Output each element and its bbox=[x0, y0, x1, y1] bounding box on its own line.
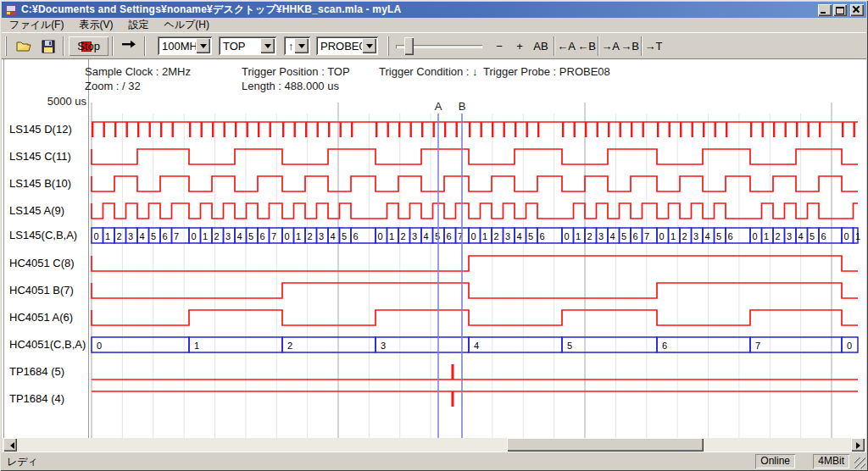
channel-label: HC4051 A(6) bbox=[9, 311, 89, 324]
svg-text:4: 4 bbox=[331, 231, 336, 241]
chevron-down-icon[interactable] bbox=[260, 38, 275, 53]
goto-trigger-button[interactable]: →T bbox=[644, 36, 663, 56]
stop-label: Stop bbox=[77, 40, 100, 53]
channel-label: LS145 C(11) bbox=[9, 150, 89, 163]
menu-settings[interactable]: 設定 bbox=[120, 17, 156, 33]
toolbar-separator bbox=[63, 36, 64, 56]
goto-a-right-button[interactable]: →A bbox=[601, 36, 620, 56]
svg-text:1: 1 bbox=[389, 231, 394, 241]
online-status-badge: Online bbox=[755, 454, 795, 468]
toolbar-separator bbox=[112, 36, 114, 56]
scrollbar-thumb[interactable] bbox=[507, 438, 704, 452]
svg-text:2: 2 bbox=[214, 231, 220, 241]
svg-text:3: 3 bbox=[505, 231, 510, 241]
svg-text:4: 4 bbox=[424, 231, 429, 241]
trigger-edge-select[interactable]: ↑ bbox=[284, 36, 310, 55]
sample-clock-select[interactable]: 100MHz bbox=[158, 36, 212, 55]
maximize-button[interactable] bbox=[833, 4, 847, 16]
trigger-edge-value: ↑ bbox=[288, 40, 294, 53]
svg-text:5: 5 bbox=[342, 231, 347, 241]
svg-text:6: 6 bbox=[353, 231, 359, 241]
open-file-button[interactable] bbox=[14, 36, 36, 56]
menu-file[interactable]: ファイル(F) bbox=[2, 17, 71, 33]
timebase-label: 5000 us bbox=[36, 95, 86, 108]
channel-label: TP1684 (5) bbox=[9, 365, 89, 379]
svg-text:5: 5 bbox=[567, 341, 572, 351]
title-bar: C:¥Documents and Settings¥noname¥デスクトップ¥… bbox=[2, 2, 866, 18]
scroll-right-icon[interactable] bbox=[851, 438, 865, 452]
svg-text:1: 1 bbox=[670, 231, 676, 241]
marker-b-label: B bbox=[456, 100, 468, 113]
trigger-position-select[interactable]: TOP bbox=[219, 36, 276, 55]
waveform-client: 0123456701234567012345601234567012345601… bbox=[2, 58, 866, 438]
svg-text:1: 1 bbox=[296, 231, 301, 241]
menu-help[interactable]: ヘルプ(H) bbox=[156, 17, 217, 33]
goto-b-left-button[interactable]: ←B bbox=[577, 36, 596, 56]
save-button[interactable] bbox=[37, 36, 59, 56]
svg-text:4: 4 bbox=[474, 341, 479, 351]
zoom-ab-button[interactable]: AB bbox=[530, 36, 552, 56]
chevron-down-icon[interactable] bbox=[294, 38, 309, 53]
svg-text:2: 2 bbox=[682, 231, 687, 241]
svg-text:4: 4 bbox=[517, 231, 522, 241]
label-pane-divider[interactable] bbox=[88, 59, 90, 438]
toolbar: Stop 100MHz TOP ↑ PROBE00 − bbox=[2, 32, 866, 58]
chevron-down-icon[interactable] bbox=[362, 38, 376, 53]
svg-text:0: 0 bbox=[844, 231, 849, 241]
marker-a-label: A bbox=[432, 100, 444, 113]
close-button[interactable] bbox=[850, 4, 864, 16]
svg-text:7: 7 bbox=[755, 341, 760, 351]
app-icon bbox=[4, 3, 18, 17]
svg-text:6: 6 bbox=[821, 231, 826, 241]
svg-text:5: 5 bbox=[810, 231, 815, 241]
svg-text:6: 6 bbox=[260, 231, 265, 241]
trigger-probe-readout: Trigger Probe : PROBE08 bbox=[483, 65, 610, 78]
resize-grip[interactable] bbox=[854, 457, 865, 468]
goto-a-left-button[interactable]: ←A bbox=[557, 36, 576, 56]
svg-text:3: 3 bbox=[319, 231, 324, 241]
memory-status-badge: 4MBit bbox=[813, 454, 849, 468]
svg-text:1: 1 bbox=[855, 231, 860, 241]
svg-text:6: 6 bbox=[728, 231, 733, 241]
toolbar-grip bbox=[387, 36, 389, 56]
horizontal-scrollbar[interactable] bbox=[2, 438, 866, 452]
channel-label: HC4051 C(8) bbox=[9, 257, 89, 270]
svg-text:2: 2 bbox=[587, 231, 593, 241]
zoom-slider-thumb[interactable] bbox=[404, 37, 414, 55]
svg-text:4: 4 bbox=[237, 231, 242, 241]
zoom-in-button[interactable]: + bbox=[511, 36, 528, 56]
chevron-down-icon[interactable] bbox=[196, 38, 210, 53]
menu-view[interactable]: 表示(V) bbox=[71, 17, 120, 33]
svg-text:6: 6 bbox=[633, 231, 638, 241]
channel-label: LS145 B(10) bbox=[9, 177, 89, 191]
svg-text:0: 0 bbox=[471, 231, 476, 241]
svg-text:4: 4 bbox=[610, 231, 615, 241]
waveform-plot[interactable]: 0123456701234567012345601234567012345601… bbox=[2, 59, 866, 439]
save-floppy-icon bbox=[42, 40, 55, 53]
trigger-condition-readout: Trigger Condition : ↓ bbox=[379, 65, 478, 78]
svg-text:0: 0 bbox=[285, 231, 290, 241]
run-button[interactable] bbox=[118, 36, 140, 56]
pane-groove bbox=[3, 59, 5, 438]
run-arrow-icon bbox=[121, 40, 136, 48]
stop-button[interactable]: Stop bbox=[69, 36, 108, 56]
window-title: C:¥Documents and Settings¥noname¥デスクトップ¥… bbox=[21, 3, 816, 17]
svg-text:0: 0 bbox=[378, 231, 383, 241]
svg-text:6: 6 bbox=[662, 341, 667, 351]
scroll-left-icon[interactable] bbox=[3, 438, 17, 452]
svg-text:0: 0 bbox=[94, 231, 99, 241]
svg-text:3: 3 bbox=[128, 231, 133, 241]
svg-text:2: 2 bbox=[117, 231, 122, 241]
svg-text:2: 2 bbox=[494, 231, 499, 241]
length-readout: Length : 488.000 us bbox=[242, 80, 339, 92]
open-folder-icon bbox=[16, 40, 33, 53]
svg-text:2: 2 bbox=[308, 231, 313, 241]
goto-b-right-button[interactable]: →B bbox=[620, 36, 639, 56]
svg-text:5: 5 bbox=[151, 231, 156, 241]
minimize-button[interactable] bbox=[818, 4, 832, 16]
trigger-probe-select[interactable]: PROBE00 bbox=[316, 36, 378, 55]
svg-text:1: 1 bbox=[203, 231, 208, 241]
zoom-out-button[interactable]: − bbox=[491, 36, 508, 56]
sample-clock-readout: Sample Clock : 2MHz bbox=[85, 65, 191, 78]
status-message: レディ bbox=[7, 455, 38, 469]
